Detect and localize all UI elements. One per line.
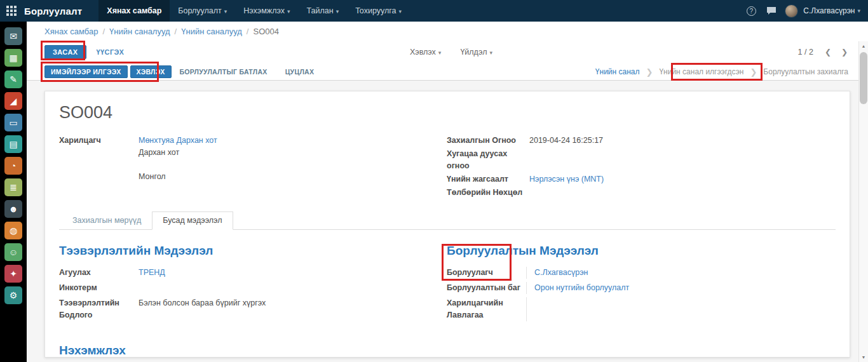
breadcrumb-dashboard[interactable]: Хянах самбар bbox=[44, 27, 98, 36]
messages-icon[interactable] bbox=[764, 4, 778, 18]
address-line: Монгол bbox=[139, 171, 217, 183]
app-icon-discuss[interactable]: ✉ bbox=[4, 27, 22, 45]
chevron-right-icon: ❯ bbox=[646, 67, 653, 77]
pager-count: 1 / 2 bbox=[798, 48, 813, 57]
partner-field: Харилцагч Мөнхтуяа Дархан хот Дархан хот… bbox=[59, 135, 433, 200]
app-icon-purchase[interactable]: ◔ bbox=[4, 157, 22, 175]
menu-reports[interactable]: Тайлан▾ bbox=[298, 0, 347, 22]
app-icon-sales[interactable]: ▤ bbox=[4, 135, 22, 153]
app-icon-notes[interactable]: ✎ bbox=[4, 70, 22, 88]
app-icon-settings[interactable]: ⚙ bbox=[4, 286, 22, 304]
warehouse-field: Агуулах ТРЕНД bbox=[59, 267, 433, 279]
app-icon-employees[interactable]: ☻ bbox=[4, 200, 22, 218]
breadcrumb-quotations-2[interactable]: Үнийн саналууд bbox=[181, 27, 242, 36]
order-info-group: Захиалгын Огноо 2019-04-24 16:25:17 Хуга… bbox=[447, 135, 836, 200]
app-icon-contacts[interactable]: ☺ bbox=[4, 243, 22, 261]
shipping-section: Тээвэрлэлтийн Мэдээлэл Агуулах ТРЕНД Инк… bbox=[59, 244, 433, 325]
chevron-down-icon: ▾ bbox=[438, 50, 442, 56]
address-line: Дархан хот bbox=[139, 147, 217, 159]
user-menu[interactable]: С.Лхагвасүрэн bbox=[803, 6, 855, 15]
address-line bbox=[139, 159, 217, 171]
chevron-down-icon: ▾ bbox=[336, 8, 339, 15]
tab-other-info[interactable]: Бусад мэдээлэл bbox=[152, 211, 233, 230]
salesperson-field: Борлуулагч С.Лхагвасүрэн bbox=[447, 267, 836, 279]
invoicing-section: Нэхэмжлэх Албан Харгалзаа bbox=[59, 344, 836, 362]
app-icon-crm[interactable]: ◢ bbox=[4, 92, 22, 110]
menu-settings[interactable]: Тохируулга▾ bbox=[347, 0, 410, 22]
vertical-scrollbar[interactable]: ▲ ▼ bbox=[858, 41, 868, 362]
partner-link[interactable]: Мөнхтуяа Дархан хот bbox=[139, 135, 217, 147]
app-title: Борлуулалт bbox=[24, 6, 82, 17]
scrollbar-thumb[interactable] bbox=[860, 52, 867, 104]
order-date-value: 2019-04-24 16:25:17 bbox=[529, 135, 603, 147]
app-icon-pos[interactable]: ▭ bbox=[4, 114, 22, 131]
main-area: Хянах самбар/Үнийн саналууд/Үнийн саналу… bbox=[27, 22, 868, 362]
control-panel-buttons: ЗАСАХ ҮҮСГЭХ Хэвлэх▾ Үйлдэл▾ 1 / 2 ❮ ❯ bbox=[44, 43, 858, 61]
menu-invoicing[interactable]: Нэхэмжлэх▾ bbox=[235, 0, 298, 22]
action-dropdown[interactable]: Үйлдэл▾ bbox=[460, 48, 492, 57]
confirm-sale-button[interactable]: БОРЛУУЛАЛТЫГ БАТЛАХ bbox=[174, 66, 273, 77]
breadcrumb-quotations[interactable]: Үнийн саналууд bbox=[109, 27, 170, 36]
pager: 1 / 2 ❮ ❯ bbox=[798, 48, 858, 57]
sales-section: Борлуулалтын Мэдээлэл Борлуулагч С.Лхагв… bbox=[447, 244, 836, 325]
payment-terms-field: Төлбөрийн Нөхцөл bbox=[447, 187, 836, 199]
sales-team-field: Борлуулалтын баг Орон нутгийн борлуулалт bbox=[447, 282, 836, 294]
order-title: SO004 bbox=[59, 103, 836, 122]
partner-label: Харилцагч bbox=[59, 135, 139, 200]
state-sales-order[interactable]: Борлуулалтын захиалга bbox=[763, 67, 848, 76]
state-quotation[interactable]: Үнийн санал bbox=[595, 67, 640, 76]
print-dropdown[interactable]: Хэвлэх▾ bbox=[410, 48, 441, 57]
chevron-down-icon[interactable]: ▾ bbox=[857, 8, 860, 14]
print-button[interactable]: ХЭВЛЭХ bbox=[130, 65, 172, 78]
chevron-down-icon: ▾ bbox=[489, 50, 492, 56]
app-icon-project[interactable]: ◍ bbox=[4, 222, 22, 239]
chevron-down-icon: ▾ bbox=[287, 8, 290, 15]
apps-grid-icon[interactable] bbox=[0, 0, 23, 22]
tab-order-lines[interactable]: Захиалгын мөрүүд bbox=[62, 211, 152, 229]
sheet: SO004 Харилцагч Мөнхтуяа Дархан хот Дарх… bbox=[44, 91, 850, 358]
scroll-up-icon[interactable]: ▲ bbox=[859, 41, 868, 51]
shipping-policy-value: Бэлэн болсон бараа бүрийг хүргэх bbox=[139, 297, 266, 321]
notebook-tabs: Захиалгын мөрүүд Бусад мэдээлэл bbox=[59, 211, 836, 230]
partner-value: Мөнхтуяа Дархан хот Дархан хот Монгол bbox=[139, 135, 217, 200]
cancel-button[interactable]: ЦУЦЛАХ bbox=[280, 66, 320, 77]
pager-next-icon[interactable]: ❯ bbox=[841, 48, 848, 57]
expiration-date-field: Хугацаа дуусах огноо bbox=[447, 148, 836, 172]
shipping-heading: Тээвэрлэлтийн Мэдээлэл bbox=[59, 244, 433, 258]
edit-button[interactable]: ЗАСАХ bbox=[44, 45, 86, 59]
state-quotation-sent[interactable]: Үнийн санал илгээгдсэн bbox=[659, 67, 743, 76]
app-icon-calendar[interactable]: ▦ bbox=[4, 49, 22, 67]
breadcrumb: Хянах самбар/Үнийн саналууд/Үнийн саналу… bbox=[44, 27, 858, 38]
chevron-right-icon: ❯ bbox=[750, 67, 757, 77]
menu-dashboard[interactable]: Хянах самбар bbox=[98, 0, 170, 22]
order-date-field: Захиалгын Огноо 2019-04-24 16:25:17 bbox=[447, 135, 836, 147]
pricelist-field: Үнийн жагсаалт Нэрлэсэн үнэ (MNT) bbox=[447, 173, 836, 185]
breadcrumb-current: SO004 bbox=[253, 27, 278, 36]
app-icon-expenses[interactable]: ✦ bbox=[4, 265, 22, 283]
topbar: Борлуулалт Хянах самбар Борлуулалт▾ Нэхэ… bbox=[0, 0, 868, 22]
app-rail: ✉ ▦ ✎ ◢ ▭ ▤ ◔ ≣ ☻ ◍ ☺ ✦ ⚙ bbox=[0, 22, 27, 362]
form-view: SO004 Харилцагч Мөнхтуяа Дархан хот Дарх… bbox=[27, 81, 858, 362]
scroll-down-icon[interactable]: ▼ bbox=[859, 352, 868, 362]
pager-prev-icon[interactable]: ❮ bbox=[825, 48, 831, 57]
salesperson-link[interactable]: С.Лхагвасүрэн bbox=[534, 268, 588, 277]
help-icon[interactable]: ? bbox=[744, 4, 758, 18]
customer-reference-field: Харилцагчийн Лавлагаа bbox=[447, 297, 836, 321]
send-email-button[interactable]: ИМЭЙЛЭЭР ИЛГЭЭХ bbox=[44, 65, 128, 78]
sales-heading: Борлуулалтын Мэдээлэл bbox=[447, 244, 836, 258]
pricelist-link[interactable]: Нэрлэсэн үнэ (MNT) bbox=[529, 173, 604, 185]
statusbar: ИМЭЙЛЭЭР ИЛГЭЭХ ХЭВЛЭХ БОРЛУУЛАЛТЫГ БАТЛ… bbox=[27, 64, 858, 81]
avatar[interactable] bbox=[785, 4, 798, 18]
shipping-policy-field: Тээвэрлэлтийн Бодлого Бэлэн болсон бараа… bbox=[59, 297, 433, 321]
control-panel: Хянах самбар/Үнийн саналууд/Үнийн саналу… bbox=[27, 22, 868, 64]
warehouse-link[interactable]: ТРЕНД bbox=[139, 267, 165, 279]
sales-team-link[interactable]: Орон нутгийн борлуулалт bbox=[534, 283, 629, 292]
menu-sales[interactable]: Борлуулалт▾ bbox=[170, 0, 235, 22]
create-button[interactable]: ҮҮСГЭХ bbox=[97, 48, 125, 56]
invoicing-heading: Нэхэмжлэх bbox=[59, 344, 836, 358]
chevron-down-icon: ▾ bbox=[224, 8, 227, 15]
incoterm-field: Инкотерм bbox=[59, 282, 433, 294]
chevron-down-icon: ▾ bbox=[398, 8, 402, 15]
app-icon-inventory[interactable]: ≣ bbox=[4, 178, 22, 196]
